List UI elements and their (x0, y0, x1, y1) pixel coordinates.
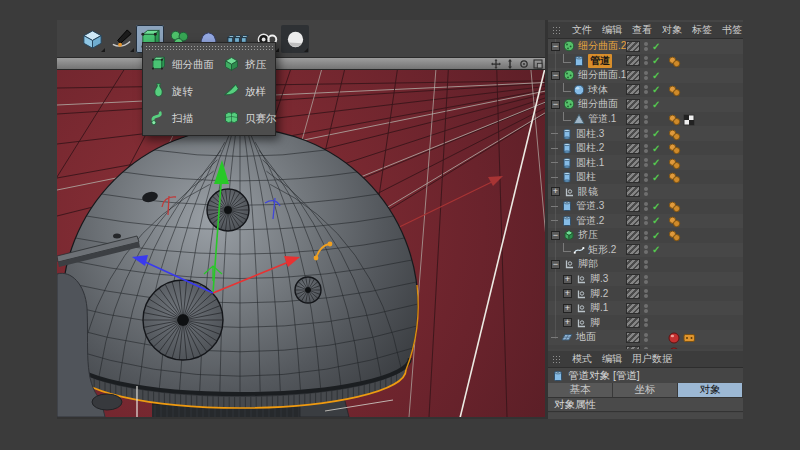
menu-grip-icon[interactable] (552, 26, 562, 35)
object-name[interactable]: 管道.1 (588, 112, 616, 126)
visibility-dots[interactable] (644, 115, 648, 124)
object-row[interactable]: 地面 (548, 330, 743, 345)
layer-chip[interactable] (626, 84, 640, 95)
layer-chip[interactable] (626, 114, 640, 125)
expand-toggle[interactable]: + (563, 304, 572, 313)
object-name[interactable]: 脚.2 (590, 287, 608, 301)
toolbar-spline-pen[interactable] (107, 25, 135, 53)
layer-chip[interactable] (626, 303, 640, 314)
viewport-canvas[interactable] (57, 70, 545, 417)
enabled-check[interactable]: ✓ (652, 201, 664, 212)
object-row[interactable]: +脚.1 (548, 301, 743, 316)
object-row[interactable]: −细分曲面.2✓ (548, 39, 743, 54)
object-name[interactable]: 脚.1 (590, 301, 608, 315)
visibility-dots[interactable] (644, 318, 648, 327)
layer-chip[interactable] (626, 99, 640, 110)
visibility-dots[interactable] (644, 260, 648, 269)
object-row[interactable]: +脚 (548, 315, 743, 330)
enabled-check[interactable]: ✓ (652, 244, 664, 255)
object-row[interactable]: 管道.2✓ (548, 214, 743, 229)
visibility-dots[interactable] (644, 289, 648, 298)
enabled-check[interactable]: ✓ (652, 55, 664, 66)
layer-chip[interactable] (626, 215, 640, 226)
om-menu-文件[interactable]: 文件 (572, 23, 592, 37)
visibility-dots[interactable] (644, 304, 648, 313)
visibility-dots[interactable] (644, 202, 648, 211)
enabled-check[interactable]: ✓ (652, 128, 664, 139)
object-name[interactable]: 圆柱 (576, 170, 596, 184)
object-row[interactable]: 球体✓ (548, 83, 743, 98)
object-row[interactable]: −脚部 (548, 257, 743, 272)
viewport-toggle-view-icon[interactable] (533, 59, 543, 69)
phong-tag[interactable] (668, 85, 681, 97)
phong-tag[interactable] (668, 158, 681, 170)
viewport-rotate-icon[interactable] (519, 59, 529, 69)
toolbar-cube-primitive[interactable] (78, 25, 106, 53)
layer-chip[interactable] (626, 317, 640, 328)
om-menu-对象[interactable]: 对象 (662, 23, 682, 37)
visibility-dots[interactable] (644, 71, 648, 80)
object-name[interactable]: 脚 (590, 316, 600, 330)
phong-tag[interactable] (668, 129, 681, 141)
expand-toggle[interactable]: − (551, 100, 560, 109)
phong-tag[interactable] (668, 114, 681, 126)
layer-chip[interactable] (626, 274, 640, 285)
layer-chip[interactable] (626, 288, 640, 299)
visibility-dots[interactable] (644, 216, 648, 225)
object-row[interactable]: −挤压✓ (548, 228, 743, 243)
viewport-dolly-icon[interactable] (505, 59, 515, 69)
object-name[interactable]: 细分曲面.2 (578, 39, 626, 53)
layer-chip[interactable] (626, 259, 640, 270)
enabled-check[interactable]: ✓ (652, 172, 664, 183)
object-name[interactable]: 细分曲面.1 (578, 68, 626, 82)
phong-tag[interactable] (668, 230, 681, 242)
tab-基本[interactable]: 基本 (548, 383, 613, 397)
menu-item-subdiv[interactable]: 细分曲面 (143, 51, 216, 78)
object-name[interactable]: 细分曲面 (578, 97, 618, 111)
enabled-check[interactable]: ✓ (652, 41, 664, 52)
layer-chip[interactable] (626, 186, 640, 197)
phong-tag[interactable] (668, 172, 681, 184)
attr-menu-编辑[interactable]: 编辑 (602, 352, 622, 366)
object-name[interactable]: 矩形.2 (588, 243, 616, 257)
visibility-dots[interactable] (644, 187, 648, 196)
object-row[interactable]: 矩形.2✓ (548, 243, 743, 258)
layer-chip[interactable] (626, 332, 640, 343)
visibility-dots[interactable] (644, 275, 648, 284)
visibility-dots[interactable] (644, 129, 648, 138)
menu-item-bezier[interactable]: 贝赛尔 (216, 105, 279, 132)
attr-menu-模式[interactable]: 模式 (572, 352, 592, 366)
layer-chip[interactable] (626, 128, 640, 139)
object-name[interactable]: 脚.3 (590, 272, 608, 286)
visibility-dots[interactable] (644, 173, 648, 182)
visibility-dots[interactable] (644, 158, 648, 167)
object-name[interactable]: 地面 (576, 330, 596, 344)
phong-tag[interactable] (668, 201, 681, 213)
enabled-check[interactable]: ✓ (652, 143, 664, 154)
object-row[interactable]: +眼镜 (548, 184, 743, 199)
object-row[interactable]: 圆柱.3✓ (548, 126, 743, 141)
expand-toggle[interactable]: + (551, 187, 560, 196)
visibility-dots[interactable] (644, 100, 648, 109)
menu-item-lathe[interactable]: 旋转 (143, 78, 216, 105)
viewport-3d[interactable] (57, 70, 545, 417)
tab-对象[interactable]: 对象 (678, 383, 743, 397)
object-name[interactable]: 管道.2 (576, 214, 604, 228)
object-row[interactable]: 圆柱.1✓ (548, 155, 743, 170)
object-name[interactable]: 管道 (588, 54, 612, 68)
layer-chip[interactable] (626, 157, 640, 168)
visibility-dots[interactable] (644, 347, 648, 349)
visibility-dots[interactable] (644, 231, 648, 240)
menu-grip-icon[interactable] (552, 355, 562, 364)
viewport-pan-icon[interactable] (491, 59, 501, 69)
menu-tearoff-handle[interactable] (145, 45, 273, 50)
expand-toggle[interactable]: − (551, 260, 560, 269)
object-row[interactable] (548, 344, 743, 349)
om-menu-编辑[interactable]: 编辑 (602, 23, 622, 37)
expand-toggle[interactable]: + (563, 289, 572, 298)
layer-chip[interactable] (626, 70, 640, 81)
layer-chip[interactable] (626, 346, 640, 349)
expand-toggle[interactable]: − (551, 231, 560, 240)
visibility-dots[interactable] (644, 56, 648, 65)
object-name[interactable]: 管道.3 (576, 199, 604, 213)
